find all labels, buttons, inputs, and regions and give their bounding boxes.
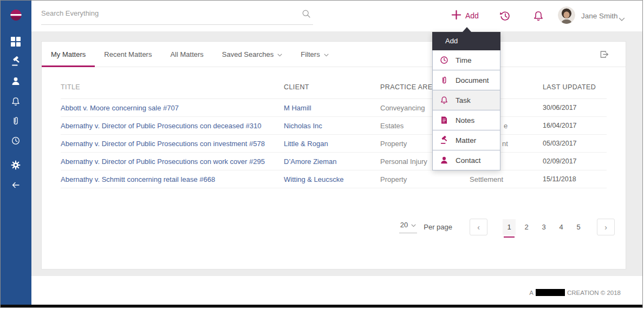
table-row: Abbott v. Moore concerning sale #707 M H… bbox=[61, 99, 607, 117]
page-numbers: 1 2 3 4 5 bbox=[500, 219, 587, 235]
add-button[interactable]: Add bbox=[451, 10, 479, 22]
menu-item-task[interactable]: Task bbox=[432, 90, 500, 110]
dropdown-notch bbox=[463, 27, 471, 32]
column-header-title[interactable]: TITLE bbox=[61, 83, 284, 91]
last-updated-cell: 15/11/2018 bbox=[543, 175, 607, 183]
add-dropdown-header: Add bbox=[432, 32, 500, 50]
table-header-row: TITLE CLIENT PRACTICE AREA LAST UPDATED bbox=[61, 67, 607, 99]
table-body: Abbott v. Moore concerning sale #707 M H… bbox=[61, 99, 607, 188]
client-link[interactable]: Little & Rogan bbox=[284, 140, 328, 148]
menu-item-time[interactable]: Time bbox=[432, 50, 500, 70]
redacted-brand-box bbox=[536, 289, 565, 296]
last-updated-cell: 02/09/2017 bbox=[543, 157, 607, 165]
page-3[interactable]: 3 bbox=[537, 219, 550, 235]
sidebar-item-settings[interactable] bbox=[11, 160, 22, 171]
next-page-button[interactable]: › bbox=[597, 219, 615, 235]
client-link[interactable]: D’Amore Zieman bbox=[284, 157, 337, 166]
previous-page-button[interactable]: ‹ bbox=[470, 219, 487, 235]
plus-icon bbox=[451, 10, 461, 22]
sidebar-item-matters[interactable] bbox=[11, 56, 22, 67]
sidebar-item-dashboard[interactable] bbox=[11, 37, 22, 48]
tab-filters[interactable]: Filters bbox=[291, 42, 337, 67]
matter-title-link[interactable]: Abernathy v. Director of Public Prosecut… bbox=[61, 140, 265, 148]
menu-item-matter[interactable]: Matter bbox=[432, 130, 500, 150]
search-input[interactable] bbox=[41, 3, 296, 23]
chevron-down-icon bbox=[411, 221, 416, 229]
matter-title-link[interactable]: Abernathy v. Director of Public Prosecut… bbox=[61, 157, 265, 166]
clock-icon bbox=[440, 56, 448, 64]
app-window: Add bbox=[0, 0, 643, 308]
practice-area-cell: Property bbox=[380, 175, 470, 183]
search-icon[interactable] bbox=[302, 9, 311, 21]
global-search bbox=[41, 3, 313, 25]
menu-item-document[interactable]: Document bbox=[432, 70, 500, 90]
person-icon bbox=[440, 156, 448, 165]
client-link[interactable]: Witting & Leucscke bbox=[284, 175, 344, 183]
user-name[interactable]: Jane Smith bbox=[581, 12, 618, 20]
sidebar-item-documents[interactable] bbox=[11, 116, 22, 127]
column-header-last-updated[interactable]: LAST UPDATED bbox=[543, 83, 607, 91]
menu-item-contact[interactable]: Contact bbox=[432, 150, 500, 170]
matter-title-link[interactable]: Abernathy v. Schmitt concerning retail l… bbox=[61, 175, 215, 183]
footer: A CREATION © 2018 bbox=[31, 276, 642, 305]
page-1[interactable]: 1 bbox=[503, 219, 516, 235]
per-page-label: Per page bbox=[424, 223, 452, 231]
sidebar-item-time[interactable] bbox=[11, 136, 22, 147]
bell-icon bbox=[440, 96, 448, 104]
app-logo-icon[interactable] bbox=[9, 8, 23, 22]
history-icon[interactable] bbox=[499, 10, 511, 24]
bottom-frame-bar bbox=[1, 305, 642, 307]
menu-item-notes[interactable]: Notes bbox=[432, 110, 500, 130]
matters-table: TITLE CLIENT PRACTICE AREA LAST UPDATED … bbox=[61, 67, 607, 188]
page-2[interactable]: 2 bbox=[520, 219, 533, 235]
page-4[interactable]: 4 bbox=[555, 219, 568, 235]
sidebar-collapse-button[interactable] bbox=[11, 180, 22, 191]
column-header-client[interactable]: CLIENT bbox=[284, 83, 380, 91]
stage-cell: Settlement bbox=[470, 175, 543, 183]
client-link[interactable]: Nicholas Inc bbox=[284, 122, 322, 130]
note-icon bbox=[440, 116, 448, 124]
add-dropdown-menu: Add Time Document bbox=[432, 32, 500, 170]
tab-all-matters[interactable]: All Matters bbox=[161, 42, 212, 67]
content-area: My Matters Recent Matters All Matters Sa… bbox=[31, 31, 642, 305]
topbar: Add bbox=[31, 1, 642, 31]
add-button-label: Add bbox=[465, 11, 479, 20]
page-5[interactable]: 5 bbox=[572, 219, 585, 235]
export-icon[interactable] bbox=[599, 49, 609, 62]
user-avatar[interactable] bbox=[558, 6, 575, 24]
table-row: Abernathy v. Schmitt concerning retail l… bbox=[61, 170, 607, 188]
matter-title-link[interactable]: Abernathy v. Director of Public Prosecut… bbox=[61, 122, 261, 130]
chevron-down-icon bbox=[324, 50, 329, 58]
last-updated-cell: 30/06/2017 bbox=[543, 104, 607, 111]
tab-recent-matters[interactable]: Recent Matters bbox=[95, 42, 161, 67]
pagination: 20 Per page ‹ 1 2 3 4 5 › bbox=[61, 219, 615, 235]
gavel-icon bbox=[440, 136, 448, 144]
matter-title-link[interactable]: Abbott v. Moore concerning sale #707 bbox=[61, 104, 179, 112]
paperclip-icon bbox=[440, 76, 448, 84]
notifications-bell-icon[interactable] bbox=[533, 10, 544, 23]
client-link[interactable]: M Hamill bbox=[284, 104, 311, 112]
tab-my-matters[interactable]: My Matters bbox=[42, 42, 95, 67]
table-row: Abernathy v. Director of Public Prosecut… bbox=[61, 117, 607, 135]
table-row: Abernathy v. Director of Public Prosecut… bbox=[61, 135, 607, 153]
chevron-down-icon bbox=[277, 50, 282, 58]
table-row: Abernathy v. Director of Public Prosecut… bbox=[61, 153, 607, 170]
sidebar-item-tasks[interactable] bbox=[11, 96, 22, 107]
tabs-row: My Matters Recent Matters All Matters Sa… bbox=[42, 42, 626, 67]
sidebar bbox=[1, 1, 31, 305]
last-updated-cell: 05/03/2017 bbox=[543, 140, 607, 147]
last-updated-cell: 16/04/2017 bbox=[543, 122, 607, 129]
footer-credit: A CREATION © 2018 bbox=[529, 289, 621, 296]
user-menu-chevron-down-icon[interactable] bbox=[619, 14, 625, 24]
matters-panel: My Matters Recent Matters All Matters Sa… bbox=[41, 41, 626, 269]
per-page-select[interactable]: 20 bbox=[399, 221, 417, 233]
tab-saved-searches[interactable]: Saved Searches bbox=[213, 42, 291, 67]
sidebar-item-contacts[interactable] bbox=[11, 76, 22, 87]
